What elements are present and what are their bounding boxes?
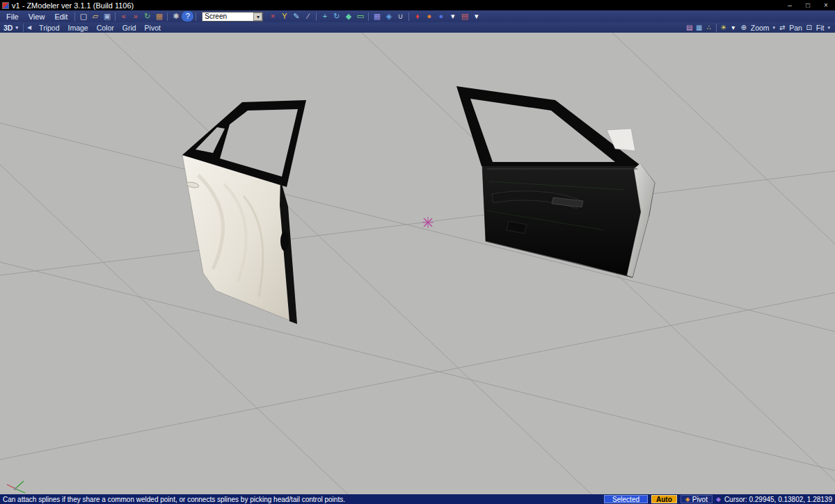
titlebar: v1 - ZModeler ver 3.1.1 (Build 1106) – □… bbox=[0, 0, 835, 10]
right-door-model[interactable] bbox=[456, 86, 655, 277]
axis-gizmo bbox=[7, 481, 25, 493]
screen-mode-select[interactable]: Screen ▼ bbox=[202, 12, 263, 22]
package-icon[interactable]: ▦ bbox=[153, 11, 165, 22]
import-icon[interactable]: « bbox=[118, 11, 129, 22]
zoom-icon[interactable]: ⊕ bbox=[739, 23, 749, 32]
cursor-diamond-icon: ◆ bbox=[716, 496, 721, 503]
selected-mode-button[interactable]: Selected bbox=[604, 495, 648, 503]
viewport-menu-image[interactable]: Image bbox=[63, 24, 92, 32]
palette-icon[interactable]: ▤ bbox=[459, 11, 470, 22]
scale-tool-icon[interactable]: ◆ bbox=[342, 11, 354, 22]
export-icon[interactable]: » bbox=[129, 11, 141, 22]
screen-mode-value: Screen bbox=[205, 13, 253, 20]
status-message: Can attach splines if they share a commo… bbox=[3, 496, 345, 503]
pivot-icon: ◈ bbox=[685, 496, 690, 503]
dropdown-caret-icon[interactable]: ▾ bbox=[447, 11, 459, 22]
edge-snap-icon[interactable]: ∪ bbox=[395, 11, 406, 22]
new-file-icon[interactable]: ▢ bbox=[77, 11, 89, 22]
move-tool-icon[interactable]: + bbox=[319, 11, 331, 22]
viewport-3d[interactable] bbox=[0, 33, 835, 494]
grid-snap-icon[interactable]: ▦ bbox=[371, 11, 383, 22]
statusbar: Can attach splines if they share a commo… bbox=[0, 494, 835, 504]
display-caret-icon[interactable]: ▾ bbox=[729, 23, 738, 32]
separator bbox=[316, 13, 317, 21]
dropdown-arrow-icon[interactable]: ▼ bbox=[253, 13, 262, 21]
window-title: v1 - ZModeler ver 3.1.1 (Build 1106) bbox=[12, 1, 134, 10]
viewport-menu-pivot[interactable]: Pivot bbox=[141, 24, 165, 32]
viewport-header-right: ▤▦∴☀▾ ⊕ Zoom ▾ ⇄ Pan ⊡ Fit ▾ bbox=[685, 23, 835, 32]
viewport-header: 3D ▾ ◀ TripodImageColorGridPivot ▤▦∴☀▾ ⊕… bbox=[0, 22, 835, 33]
delete-icon[interactable]: × bbox=[267, 11, 278, 22]
zoom-button[interactable]: Zoom bbox=[749, 24, 771, 32]
statusbar-right: Selected Auto ◈ Pivot ◆ Cursor: 0.29945,… bbox=[604, 495, 832, 503]
cursor-coordinates: Cursor: 0.29945, 0.13802, 1.28139 bbox=[724, 496, 832, 503]
app-icon bbox=[2, 2, 9, 9]
chevron-down-icon: ▾ bbox=[14, 25, 19, 31]
auto-mode-button[interactable]: Auto bbox=[651, 495, 677, 503]
view-mode-button[interactable]: 3D ▾ bbox=[0, 24, 24, 32]
vertex-snap-icon[interactable]: ◈ bbox=[383, 11, 395, 22]
view-mode-label: 3D bbox=[3, 24, 13, 32]
separator bbox=[167, 13, 168, 21]
rotate-tool-icon[interactable]: ↻ bbox=[331, 11, 342, 22]
close-button[interactable]: × bbox=[817, 1, 835, 9]
menu-edit[interactable]: Edit bbox=[49, 13, 72, 21]
main-toolbar: FileViewEdit ▢▱▣«»↻▦✱? Screen ▼ ×Y✎∕+↻◆▭… bbox=[0, 10, 835, 22]
draw-pencil-icon[interactable]: ✎ bbox=[290, 11, 302, 22]
separator bbox=[408, 13, 409, 21]
separator bbox=[716, 24, 717, 32]
save-icon[interactable]: ▣ bbox=[101, 11, 113, 22]
pan-icon[interactable]: ⇄ bbox=[777, 23, 787, 32]
maximize-button[interactable]: □ bbox=[799, 1, 817, 9]
minimize-button[interactable]: – bbox=[781, 1, 799, 9]
fit-caret-icon[interactable]: ▾ bbox=[826, 25, 832, 31]
zoom-caret-icon[interactable]: ▾ bbox=[772, 25, 777, 31]
open-folder-icon[interactable]: ▱ bbox=[89, 11, 101, 22]
origin-marker bbox=[422, 217, 434, 228]
vertices-icon[interactable]: ∴ bbox=[704, 23, 714, 32]
viewport-menu-color[interactable]: Color bbox=[93, 24, 118, 32]
grid-lines bbox=[0, 33, 835, 494]
back-arrow-icon[interactable]: ◀ bbox=[24, 24, 35, 31]
zmodeler-window: v1 - ZModeler ver 3.1.1 (Build 1106) – □… bbox=[0, 0, 835, 504]
separator bbox=[115, 13, 116, 21]
help-icon[interactable]: ? bbox=[182, 11, 193, 22]
menu-file[interactable]: File bbox=[1, 13, 24, 21]
file-tools-strip: ▢▱▣«»↻▦✱? bbox=[77, 10, 198, 22]
display-monitor-icon[interactable]: ▭ bbox=[354, 11, 366, 22]
material-blue-icon[interactable]: ● bbox=[435, 11, 447, 22]
fit-icon[interactable]: ⊡ bbox=[804, 23, 814, 32]
viewport-menu-grid[interactable]: Grid bbox=[118, 24, 141, 32]
dropdown-caret2-icon[interactable]: ▾ bbox=[470, 11, 482, 22]
light-bulb-icon[interactable]: ☀ bbox=[719, 23, 729, 32]
render-icon[interactable]: ♦ bbox=[411, 11, 423, 22]
wireframe-icon[interactable]: ▦ bbox=[694, 23, 704, 32]
menu-strip: FileViewEdit bbox=[1, 10, 72, 22]
pivot-mode-button[interactable]: ◈ Pivot bbox=[681, 495, 713, 503]
settings-gear-icon[interactable]: ✱ bbox=[170, 11, 182, 22]
shading-mode-icon[interactable]: ▤ bbox=[685, 23, 694, 32]
pan-button[interactable]: Pan bbox=[788, 24, 804, 32]
display-options-strip: ▤▦∴☀▾ bbox=[685, 23, 738, 32]
left-door-model[interactable] bbox=[182, 100, 306, 324]
separator bbox=[196, 13, 196, 21]
viewport-menu-tripod[interactable]: Tripod bbox=[35, 24, 63, 32]
line-tool-icon[interactable]: ∕ bbox=[302, 11, 314, 22]
fit-button[interactable]: Fit bbox=[815, 24, 826, 32]
material-orange-icon[interactable]: ● bbox=[423, 11, 435, 22]
pivot-label: Pivot bbox=[692, 496, 708, 503]
separator bbox=[74, 13, 75, 21]
edit-tools-strip: ×Y✎∕+↻◆▭▦◈∪♦●●▾▤▾ bbox=[267, 10, 482, 22]
separator bbox=[368, 13, 369, 21]
refresh-icon[interactable]: ↻ bbox=[141, 11, 153, 22]
menu-view[interactable]: View bbox=[24, 13, 50, 21]
y-axis-icon[interactable]: Y bbox=[278, 11, 290, 22]
viewport-menu-strip: TripodImageColorGridPivot bbox=[35, 22, 165, 33]
window-controls: – □ × bbox=[781, 1, 835, 9]
